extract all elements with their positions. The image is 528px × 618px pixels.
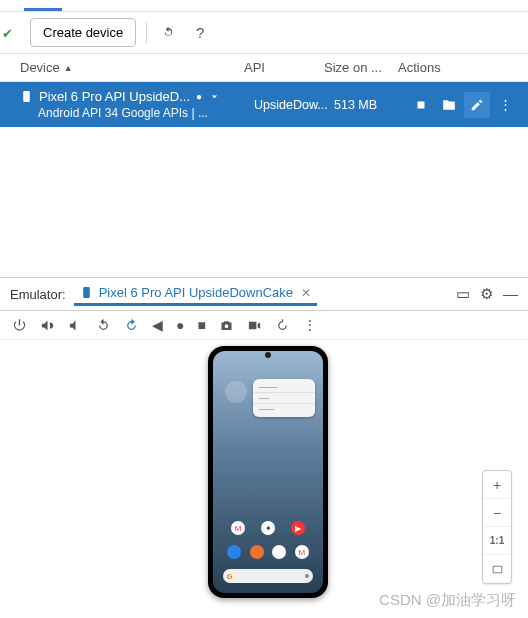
dock-row: M	[213, 545, 323, 559]
device-toolbar: ✔ Create device ?	[0, 12, 528, 53]
app-row: M ✦ ▶	[213, 521, 323, 535]
app-icon-phone[interactable]	[227, 545, 241, 559]
rotate-right-icon[interactable]	[124, 318, 139, 333]
col-size-header[interactable]: Size on ...	[324, 60, 398, 75]
screenshot-icon[interactable]	[219, 318, 234, 333]
device-frame: ----------- ------ --------- M ✦ ▶ M G	[208, 346, 328, 598]
device-subtitle: Android API 34 Google APIs | ...	[20, 106, 208, 120]
close-tab-icon[interactable]: ✕	[301, 286, 311, 300]
phone-icon	[20, 90, 33, 103]
emulator-tab-label: Pixel 6 Pro API UpsideDownCake	[99, 285, 293, 300]
snapshot-icon[interactable]	[275, 318, 290, 333]
svg-rect-3	[493, 566, 502, 573]
emulator-tab-bar: Emulator: Pixel 6 Pro API UpsideDownCake…	[0, 277, 528, 311]
app-icon-gmail2[interactable]: M	[295, 545, 309, 559]
window-mode-icon[interactable]: ▭	[456, 285, 470, 303]
col-actions-header: Actions	[398, 60, 508, 75]
screen-record-icon[interactable]	[247, 318, 262, 333]
device-screen[interactable]: ----------- ------ --------- M ✦ ▶ M G	[213, 351, 323, 593]
emulator-label: Emulator:	[10, 287, 66, 302]
svg-rect-0	[23, 91, 30, 102]
app-icon-youtube[interactable]: ▶	[291, 521, 305, 535]
menu-item[interactable]: -----------	[253, 382, 315, 393]
menu-item[interactable]: ---------	[253, 404, 315, 414]
status-check-icon: ✔	[2, 26, 13, 41]
settings-gear-icon[interactable]: ⚙	[480, 285, 493, 303]
chevron-down-icon[interactable]	[208, 90, 221, 103]
zoom-fit-button[interactable]	[483, 555, 511, 583]
top-strip	[0, 0, 528, 12]
minimize-icon[interactable]: —	[503, 285, 518, 303]
zoom-in-button[interactable]: +	[483, 471, 511, 499]
app-icon-photos[interactable]: ✦	[261, 521, 275, 535]
home-icon[interactable]: ●	[176, 317, 184, 333]
app-icon-gmail[interactable]: M	[231, 521, 245, 535]
google-search-bar[interactable]: G	[223, 569, 313, 583]
app-icon-messages[interactable]	[250, 545, 264, 559]
camera-notch	[265, 352, 271, 358]
help-icon[interactable]: ?	[189, 22, 211, 44]
col-device-header[interactable]: Device ▲	[20, 60, 244, 75]
svg-rect-2	[83, 287, 90, 298]
zoom-actual-button[interactable]: 1:1	[483, 527, 511, 555]
col-device-label: Device	[20, 60, 60, 75]
back-icon[interactable]: ◀	[152, 317, 163, 333]
row-actions: ⋮	[408, 92, 518, 118]
svg-rect-1	[418, 101, 425, 108]
stop-button[interactable]	[408, 92, 434, 118]
context-menu[interactable]: ----------- ------ ---------	[253, 379, 315, 417]
emulator-viewport: ----------- ------ --------- M ✦ ▶ M G +…	[0, 340, 528, 618]
zoom-controls: + − 1:1	[482, 470, 512, 584]
home-widget	[225, 381, 247, 403]
zoom-out-button[interactable]: −	[483, 499, 511, 527]
extended-controls-icon[interactable]: ⋮	[303, 317, 317, 333]
edit-button[interactable]	[464, 92, 490, 118]
running-dot-icon: ●	[196, 91, 202, 102]
menu-item[interactable]: ------	[253, 393, 315, 404]
refresh-icon[interactable]	[157, 22, 179, 44]
create-device-button[interactable]: Create device	[30, 18, 136, 47]
separator	[146, 22, 147, 44]
sort-asc-icon: ▲	[64, 63, 73, 73]
volume-down-icon[interactable]	[68, 318, 83, 333]
device-name: Pixel 6 Pro API UpsideD...	[39, 89, 190, 104]
device-row[interactable]: Pixel 6 Pro API UpsideD... ● Android API…	[0, 82, 528, 127]
phone-icon	[80, 286, 93, 299]
col-api-header[interactable]: API	[244, 60, 324, 75]
open-folder-button[interactable]	[436, 92, 462, 118]
active-tab-indicator	[24, 8, 62, 11]
device-size: 513 MB	[334, 98, 408, 112]
table-header: Device ▲ API Size on ... Actions	[0, 53, 528, 82]
emulator-tab[interactable]: Pixel 6 Pro API UpsideDownCake ✕	[74, 282, 317, 306]
empty-area	[0, 127, 528, 277]
volume-up-icon[interactable]	[40, 318, 55, 333]
power-icon[interactable]	[12, 318, 27, 333]
rotate-left-icon[interactable]	[96, 318, 111, 333]
device-api: UpsideDow...	[254, 98, 334, 112]
more-menu-icon[interactable]: ⋮	[492, 92, 518, 118]
emulator-toolbar: ◀ ● ■ ⋮	[0, 311, 528, 340]
app-icon-chrome[interactable]	[272, 545, 286, 559]
overview-icon[interactable]: ■	[197, 317, 205, 333]
